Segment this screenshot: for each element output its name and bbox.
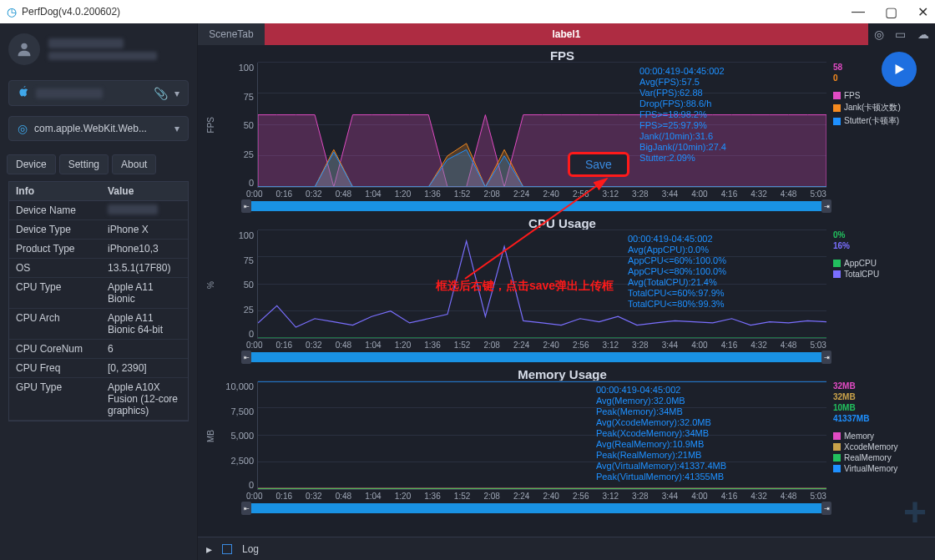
legend-item[interactable]: Memory — [833, 431, 918, 441]
avatar[interactable] — [8, 33, 40, 65]
info-key: CPU Arch — [9, 309, 101, 339]
chart-plot[interactable]: 00:00:419-04:45:002Avg(FPS):57.5Var(FPS)… — [257, 63, 826, 188]
legend-item[interactable]: Jank(卡顿次数) — [833, 102, 918, 114]
slider-handle-right[interactable]: ⇥ — [821, 502, 831, 515]
target-icon: ◎ — [18, 122, 28, 135]
table-row: CPU CoreNum6 — [9, 340, 188, 359]
device-selector[interactable]: 📎 ▾ — [8, 80, 189, 106]
time-slider[interactable]: ⇤⇥ — [246, 352, 826, 362]
chart-plot[interactable]: 00:00:419-04:45:002Avg(Memory):32.0MBPea… — [257, 381, 826, 490]
tab-about[interactable]: About — [112, 154, 156, 174]
info-value: iPhone10,3 — [101, 240, 188, 258]
current-value: 32MB — [833, 381, 918, 391]
svg-line-1 — [465, 179, 607, 279]
cloud-icon[interactable]: ☁ — [917, 28, 929, 41]
scenetab-btn[interactable]: SceneTab — [198, 23, 265, 45]
minimize-icon[interactable]: — — [852, 4, 865, 20]
log-label: Log — [242, 543, 259, 555]
info-value: Apple A11 Bionic — [101, 278, 188, 308]
current-value: 16% — [833, 241, 918, 250]
info-value: Apple A10X Fusion (12-core graphics) — [101, 378, 188, 420]
info-key: CPU Type — [9, 278, 101, 308]
table-row: Device TypeiPhone X — [9, 220, 188, 240]
info-value: 6 — [101, 340, 188, 358]
chart-stats: 00:00:419-04:45:002Avg(FPS):57.5Var(FPS)… — [639, 66, 726, 164]
info-value: iPhone X — [101, 220, 188, 239]
info-key: GPU Type — [9, 378, 101, 420]
info-key: CPU Freq — [9, 359, 101, 377]
info-key: CPU CoreNum — [9, 340, 101, 358]
info-header-key: Info — [9, 182, 101, 200]
chart-memory-usage: Memory UsageMB10,0007,5005,0002,500000:0… — [206, 367, 918, 513]
info-key: Device Name — [9, 201, 101, 219]
legend-item[interactable]: TotalCPU — [833, 270, 918, 279]
slider-handle-left[interactable]: ⇤ — [241, 351, 251, 364]
slider-handle-right[interactable]: ⇥ — [821, 351, 831, 364]
info-value — [101, 201, 188, 219]
table-row: Product TypeiPhone10,3 — [9, 240, 188, 259]
sidebar: 📎 ▾ ◎ com.apple.WebKit.Web... ▾ Device S… — [0, 23, 198, 560]
legend-item[interactable]: VirtualMemory — [833, 464, 918, 473]
table-row: OS13.5.1(17F80) — [9, 259, 188, 278]
y-axis-label: MB — [206, 430, 215, 442]
slider-handle-right[interactable]: ⇥ — [821, 199, 831, 213]
table-row: CPU ArchApple A11 Bionic 64-bit — [9, 309, 188, 340]
tab-setting[interactable]: Setting — [59, 154, 109, 174]
current-value: 0% — [833, 230, 918, 240]
x-axis: 0:000:160:320:481:041:201:361:522:082:24… — [246, 492, 826, 501]
plus-watermark-icon: + — [903, 489, 927, 535]
window-title: PerfDog(v4.0.200602) — [22, 6, 120, 18]
legend-item[interactable]: XcodeMemory — [833, 442, 918, 452]
chart-title: Memory Usage — [206, 367, 918, 381]
table-row: GPU TypeApple A10X Fusion (12-core graph… — [9, 378, 188, 421]
annotation-text: 框选后右键，点击save弹出上传框 — [436, 279, 614, 294]
chart-title: FPS — [206, 48, 918, 63]
chevron-down-icon[interactable]: ▾ — [174, 88, 179, 99]
app-selector[interactable]: ◎ com.apple.WebKit.Web... ▾ — [8, 116, 189, 141]
current-value: 10MB — [833, 403, 918, 412]
log-checkbox[interactable] — [222, 544, 232, 554]
svg-point-0 — [21, 43, 27, 49]
info-key: Device Type — [9, 220, 101, 239]
y-axis-label: FPS — [206, 117, 215, 133]
info-key: OS — [9, 259, 101, 277]
app-logo-icon: ◷ — [7, 5, 17, 18]
table-row: Device Name — [9, 201, 188, 220]
device-info-table: Info Value Device NameDevice TypeiPhone … — [8, 181, 189, 421]
legend-item[interactable]: AppCPU — [833, 259, 918, 268]
legend-item[interactable]: RealMemory — [833, 453, 918, 462]
tab-device[interactable]: Device — [7, 154, 56, 174]
user-row — [0, 23, 197, 75]
y-axis-label: % — [206, 281, 215, 289]
info-header-value: Value — [101, 182, 188, 200]
scene-label[interactable]: label1 — [265, 23, 868, 45]
expand-icon[interactable]: ▸ — [206, 542, 212, 556]
x-axis: 0:000:160:320:481:041:201:361:522:082:24… — [246, 341, 826, 350]
current-value: 32MB — [833, 392, 918, 401]
info-value: Apple A11 Bionic 64-bit — [101, 309, 188, 339]
pin-icon[interactable]: 📎 — [154, 87, 168, 100]
chart-stats: 00:00:419-04:45:002Avg(Memory):32.0MBPea… — [596, 385, 726, 482]
time-slider[interactable]: ⇤⇥ — [246, 503, 826, 513]
slider-handle-left[interactable]: ⇤ — [241, 199, 251, 213]
folder-icon[interactable]: ▭ — [895, 28, 906, 41]
title-bar[interactable]: ◷ PerfDog(v4.0.200602) — ▢ ✕ — [0, 0, 935, 23]
play-button[interactable] — [882, 52, 917, 87]
info-value: [0, 2390] — [101, 359, 188, 377]
close-icon[interactable]: ✕ — [917, 4, 928, 20]
locate-icon[interactable]: ◎ — [874, 28, 884, 41]
bottom-bar: ▸ Log — [198, 537, 935, 560]
legend-item[interactable]: Stutter(卡顿率) — [833, 115, 918, 127]
info-value: 13.5.1(17F80) — [101, 259, 188, 277]
current-value: 41337MB — [833, 414, 918, 423]
app-selector-label: com.apple.WebKit.Web... — [34, 123, 147, 134]
info-key: Product Type — [9, 240, 101, 258]
apple-icon — [18, 86, 29, 100]
legend-item[interactable]: FPS — [833, 91, 918, 100]
table-row: CPU Freq[0, 2390] — [9, 359, 188, 378]
slider-handle-left[interactable]: ⇤ — [241, 502, 251, 515]
chevron-down-icon[interactable]: ▾ — [174, 123, 179, 134]
maximize-icon[interactable]: ▢ — [885, 4, 897, 20]
main-content: SceneTab label1 ◎ ▭ ☁ Save 框选后右键，点击save弹… — [198, 23, 935, 560]
save-button[interactable]: Save — [568, 152, 629, 177]
